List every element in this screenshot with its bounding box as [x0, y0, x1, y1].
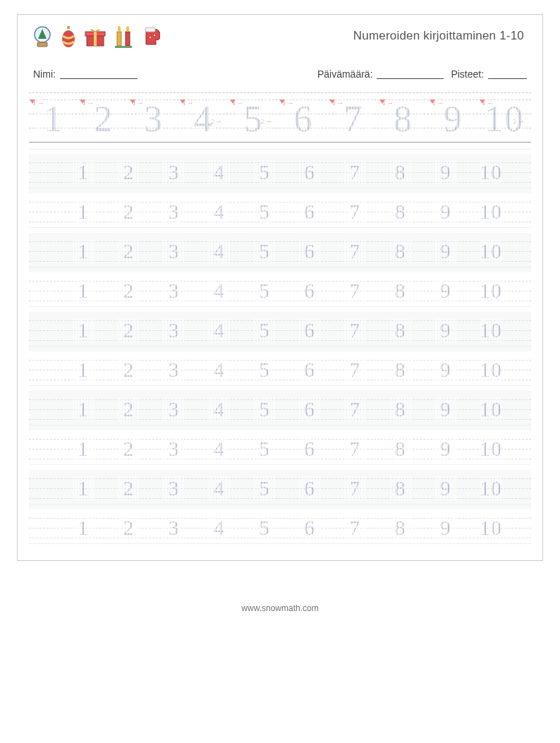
trace-number-5[interactable]: 5 — [252, 397, 276, 421]
trace-number-6[interactable]: 6 — [298, 200, 322, 224]
practice-row[interactable]: 12345678910 — [29, 470, 531, 509]
trace-number-1[interactable]: 1 — [71, 437, 95, 461]
trace-number-1[interactable]: 1 — [71, 200, 95, 224]
trace-number-9[interactable]: 9 — [434, 437, 458, 461]
trace-number-1[interactable]: 1 — [71, 476, 95, 500]
trace-number-9[interactable]: 9 — [434, 239, 458, 263]
trace-number-5[interactable]: 5 — [252, 318, 276, 342]
practice-row[interactable]: 12345678910 — [29, 233, 531, 272]
practice-row[interactable]: 12345678910 — [29, 272, 531, 312]
trace-number-4[interactable]: 4 — [207, 200, 231, 224]
practice-row[interactable]: 12345678910 — [29, 509, 531, 549]
trace-number-10[interactable]: 10 — [479, 318, 503, 342]
trace-number-4[interactable]: 4 — [207, 397, 231, 421]
trace-number-2[interactable]: 2 — [116, 318, 140, 342]
trace-number-3[interactable]: 3 — [162, 516, 185, 540]
trace-number-10[interactable]: 10 — [479, 516, 503, 540]
trace-number-5[interactable]: 5 — [252, 200, 276, 224]
trace-number-1[interactable]: 1 — [71, 516, 95, 540]
trace-number-9[interactable]: 9 — [434, 160, 458, 184]
trace-number-3[interactable]: 3 — [162, 397, 185, 421]
trace-number-2[interactable]: 2 — [116, 476, 140, 500]
trace-number-9[interactable]: 9 — [434, 200, 458, 224]
trace-number-8[interactable]: 8 — [389, 397, 413, 421]
trace-number-1[interactable]: 1 — [71, 318, 95, 342]
trace-number-5[interactable]: 5 — [252, 358, 276, 382]
trace-number-7[interactable]: 7 — [343, 397, 367, 421]
trace-number-2[interactable]: 2 — [116, 200, 140, 224]
trace-number-6[interactable]: 6 — [298, 239, 322, 263]
trace-number-3[interactable]: 3 — [162, 476, 185, 500]
trace-number-5[interactable]: 5 — [252, 160, 276, 184]
trace-number-3[interactable]: 3 — [162, 437, 185, 461]
trace-number-8[interactable]: 8 — [389, 516, 413, 540]
practice-row[interactable]: 12345678910 — [29, 391, 531, 430]
practice-row[interactable]: 12345678910 — [29, 193, 531, 233]
trace-number-3[interactable]: 3 — [162, 239, 185, 263]
trace-number-6[interactable]: 6 — [298, 318, 322, 342]
trace-number-6[interactable]: 6 — [298, 358, 322, 382]
practice-row[interactable]: 12345678910 — [29, 312, 531, 351]
trace-number-3[interactable]: 3 — [162, 358, 185, 382]
trace-number-10[interactable]: 10 — [479, 200, 503, 224]
name-blank[interactable] — [60, 70, 138, 79]
trace-number-7[interactable]: 7 — [343, 476, 367, 500]
trace-number-9[interactable]: 9 — [434, 397, 458, 421]
trace-number-2[interactable]: 2 — [116, 279, 140, 303]
trace-number-2[interactable]: 2 — [116, 397, 140, 421]
trace-number-5[interactable]: 5 — [252, 516, 276, 540]
trace-number-1[interactable]: 1 — [71, 160, 95, 184]
trace-number-7[interactable]: 7 — [343, 279, 367, 303]
trace-number-6[interactable]: 6 — [298, 160, 322, 184]
trace-number-2[interactable]: 2 — [116, 239, 140, 263]
trace-number-3[interactable]: 3 — [162, 279, 185, 303]
trace-number-9[interactable]: 9 — [434, 476, 458, 500]
trace-number-3[interactable]: 3 — [162, 160, 185, 184]
trace-number-1[interactable]: 1 — [71, 279, 95, 303]
trace-number-4[interactable]: 4 — [207, 516, 231, 540]
trace-number-5[interactable]: 5 — [252, 437, 276, 461]
trace-number-10[interactable]: 10 — [479, 358, 503, 382]
trace-number-8[interactable]: 8 — [389, 160, 413, 184]
trace-number-4[interactable]: 4 — [207, 358, 231, 382]
trace-number-5[interactable]: 5 — [252, 476, 276, 500]
trace-number-8[interactable]: 8 — [389, 239, 413, 263]
trace-number-6[interactable]: 6 — [298, 397, 322, 421]
trace-number-7[interactable]: 7 — [343, 516, 367, 540]
trace-number-3[interactable]: 3 — [162, 318, 185, 342]
trace-number-9[interactable]: 9 — [434, 318, 458, 342]
trace-number-9[interactable]: 9 — [434, 516, 458, 540]
trace-number-2[interactable]: 2 — [116, 358, 140, 382]
trace-number-10[interactable]: 10 — [479, 279, 503, 303]
trace-number-6[interactable]: 6 — [298, 476, 322, 500]
trace-number-5[interactable]: 5 — [252, 279, 276, 303]
trace-number-1[interactable]: 1 — [71, 358, 95, 382]
trace-number-7[interactable]: 7 — [343, 437, 367, 461]
trace-number-8[interactable]: 8 — [389, 437, 413, 461]
trace-number-2[interactable]: 2 — [116, 516, 140, 540]
trace-number-4[interactable]: 4 — [207, 239, 231, 263]
trace-number-1[interactable]: 1 — [71, 397, 95, 421]
trace-number-4[interactable]: 4 — [207, 437, 231, 461]
trace-number-3[interactable]: 3 — [162, 200, 185, 224]
trace-number-6[interactable]: 6 — [298, 516, 322, 540]
trace-number-7[interactable]: 7 — [343, 200, 367, 224]
trace-number-10[interactable]: 10 — [479, 239, 503, 263]
trace-number-4[interactable]: 4 — [207, 160, 231, 184]
trace-number-5[interactable]: 5 — [252, 239, 276, 263]
practice-row[interactable]: 12345678910 — [29, 430, 531, 470]
date-blank[interactable] — [377, 70, 444, 79]
trace-number-10[interactable]: 10 — [479, 160, 503, 184]
score-blank[interactable] — [488, 70, 527, 79]
trace-number-8[interactable]: 8 — [389, 476, 413, 500]
trace-number-9[interactable]: 9 — [434, 279, 458, 303]
trace-number-6[interactable]: 6 — [298, 437, 322, 461]
trace-number-4[interactable]: 4 — [207, 318, 231, 342]
trace-number-7[interactable]: 7 — [343, 358, 367, 382]
trace-number-1[interactable]: 1 — [71, 239, 95, 263]
trace-number-4[interactable]: 4 — [207, 279, 231, 303]
trace-number-10[interactable]: 10 — [479, 397, 503, 421]
trace-number-2[interactable]: 2 — [116, 160, 140, 184]
practice-row[interactable]: 12345678910 — [29, 154, 531, 193]
trace-number-8[interactable]: 8 — [389, 200, 413, 224]
